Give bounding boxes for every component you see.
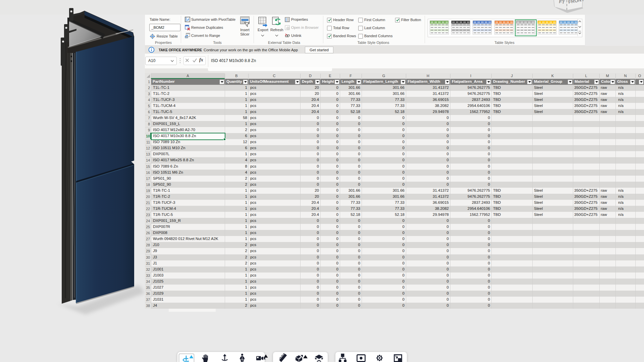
- svg-text:FT: FT: [559, 0, 566, 5]
